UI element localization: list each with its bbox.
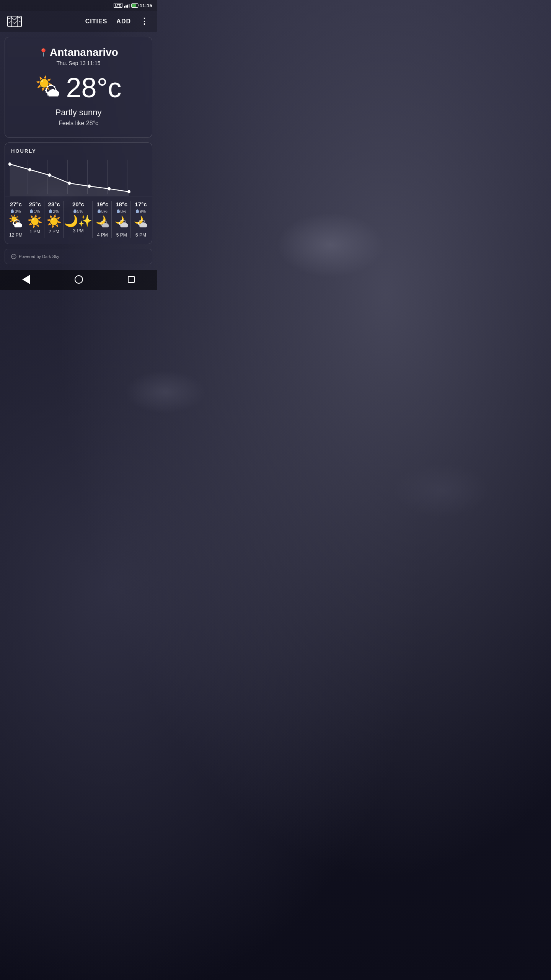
hourly-precip: 1% (30, 209, 40, 214)
weather-main: ☀️ 🌥 28°c (13, 74, 144, 101)
toolbar: CITIES ADD ⋮ (0, 11, 157, 32)
hourly-time: 3 PM (73, 228, 83, 234)
app-logo (6, 13, 23, 30)
hourly-temp: 20°c (72, 201, 84, 207)
rain-drop-icon (136, 209, 139, 213)
back-button[interactable] (22, 275, 30, 284)
back-icon (22, 275, 30, 284)
navigation-bar (0, 270, 157, 290)
battery-icon (131, 3, 138, 8)
footer-bar: Powered by Dark Sky (5, 249, 152, 264)
cities-button[interactable]: CITIES (84, 16, 109, 26)
location-pin-icon: 📍 (39, 48, 48, 57)
hourly-weather-icon: ☀️ (46, 215, 62, 227)
hourly-item: 23°c 2% ☀️ 2 PM (45, 201, 64, 238)
hourly-temp: 17°c (135, 201, 147, 207)
darksky-icon (11, 254, 16, 259)
hourly-items-list: 27°c 0% ☀️🌥 12 PM 25°c 1% ☀️ 1 PM 23°c 2… (5, 196, 152, 244)
home-icon (75, 275, 83, 284)
powered-by-text: Powered by Dark Sky (11, 254, 59, 259)
hourly-weather-icon: 🌙🌥 (96, 215, 109, 231)
weather-condition-icon: ☀️ 🌥 (36, 75, 60, 100)
rain-drop-icon (98, 209, 101, 213)
hourly-time: 5 PM (116, 232, 127, 238)
hourly-item: 25°c 1% ☀️ 1 PM (26, 201, 44, 238)
hourly-precip: 5% (73, 209, 83, 214)
hourly-temp: 18°c (116, 201, 127, 207)
temperature-display: 28°c (66, 74, 122, 101)
hourly-item: 19°c 8% 🌙🌥 4 PM (93, 201, 112, 238)
weather-condition-text: Partly sunny (13, 108, 144, 118)
feels-like-text: Feels like 28°c (13, 120, 144, 127)
hourly-weather-icon: ☀️🌥 (9, 215, 23, 231)
hourly-temp: 25°c (29, 201, 41, 207)
city-name: 📍 Antananarivo (13, 46, 144, 59)
hourly-precip: 9% (136, 209, 146, 214)
hourly-temp: 27°c (10, 201, 22, 207)
weather-description: Partly sunny Feels like 28°c (13, 108, 144, 127)
hourly-chart (5, 158, 152, 196)
hourly-time: 2 PM (49, 229, 59, 234)
city-date: Thu. Sep 13 11:15 (13, 60, 144, 66)
recents-icon (128, 276, 135, 283)
recents-button[interactable] (128, 276, 135, 283)
hourly-precip: 8% (117, 209, 127, 214)
hourly-item: 17°c 9% 🌙🌥 6 PM (132, 201, 150, 238)
hourly-weather-icon: 🌙✨ (64, 215, 92, 227)
hourly-weather-icon: ☀️ (27, 215, 42, 227)
status-bar: LTE 11:15 (0, 0, 157, 11)
rain-drop-icon (49, 209, 52, 213)
hourly-time: 1 PM (29, 229, 40, 234)
more-options-button[interactable]: ⋮ (139, 15, 151, 28)
weather-card: 📍 Antananarivo Thu. Sep 13 11:15 ☀️ 🌥 28… (5, 37, 152, 138)
hourly-weather-icon: 🌙🌥 (115, 215, 129, 231)
hourly-temp: 23°c (48, 201, 60, 207)
hourly-item: 18°c 8% 🌙🌥 5 PM (112, 201, 131, 238)
hourly-precip: 2% (49, 209, 59, 214)
lte-icon: LTE (114, 3, 122, 8)
hourly-card: HOURLY (5, 142, 152, 244)
rain-drop-icon (73, 209, 77, 213)
hourly-time: 4 PM (97, 232, 108, 238)
hourly-weather-icon: 🌙🌥 (134, 215, 148, 231)
hourly-precip: 8% (98, 209, 108, 214)
svg-point-17 (11, 254, 16, 259)
rain-drop-icon (30, 209, 33, 213)
signal-icon (124, 3, 130, 8)
hourly-label: HOURLY (5, 143, 152, 158)
status-time: 11:15 (140, 3, 152, 8)
hourly-temp: 19°c (96, 201, 108, 207)
rain-drop-icon (117, 209, 120, 213)
hourly-item: 27°c 0% ☀️🌥 12 PM (7, 201, 25, 238)
rain-drop-icon (11, 209, 14, 213)
city-header: 📍 Antananarivo Thu. Sep 13 11:15 (13, 46, 144, 66)
hourly-time: 6 PM (135, 232, 146, 238)
hourly-precip: 0% (11, 209, 21, 214)
hourly-item: 20°c 5% 🌙✨ 3 PM (64, 201, 93, 238)
hourly-time: 12 PM (9, 232, 23, 238)
home-button[interactable] (75, 275, 83, 284)
add-button[interactable]: ADD (115, 16, 132, 26)
